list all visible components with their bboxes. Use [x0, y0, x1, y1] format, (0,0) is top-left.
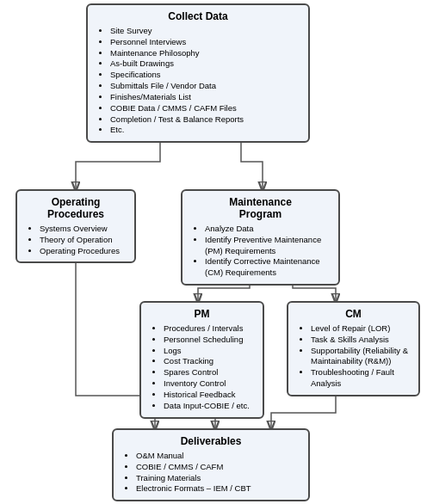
- deliverables-title: Deliverables: [122, 435, 300, 447]
- operating-procedures-title: Operating Procedures: [26, 196, 126, 220]
- pm-box: PM Procedures / Intervals Personnel Sche…: [139, 301, 264, 419]
- maintenance-program-list: Analyze Data Identify Preventive Mainten…: [191, 224, 330, 279]
- cm-box: CM Level of Repair (LOR) Task & Skills A…: [287, 301, 420, 396]
- maintenance-program-title: Maintenance Program: [191, 196, 330, 220]
- collect-data-title: Collect Data: [96, 10, 300, 22]
- pm-title: PM: [150, 308, 254, 320]
- operating-procedures-box: Operating Procedures Systems Overview Th…: [15, 189, 136, 263]
- cm-list: Level of Repair (LOR) Task & Skills Anal…: [297, 323, 410, 390]
- collect-data-box: Collect Data Site Survey Personnel Inter…: [86, 3, 310, 143]
- diagram: Collect Data Site Survey Personnel Inter…: [0, 0, 433, 504]
- operating-procedures-list: Systems Overview Theory of Operation Ope…: [26, 224, 126, 256]
- maintenance-program-box: Maintenance Program Analyze Data Identif…: [181, 189, 340, 286]
- cm-title: CM: [297, 308, 410, 320]
- deliverables-list: O&M Manual COBIE / CMMS / CAFM Training …: [122, 451, 300, 495]
- pm-list: Procedures / Intervals Personnel Schedul…: [150, 323, 254, 412]
- deliverables-box: Deliverables O&M Manual COBIE / CMMS / C…: [112, 428, 310, 501]
- collect-data-list: Site Survey Personnel Interviews Mainten…: [96, 26, 300, 136]
